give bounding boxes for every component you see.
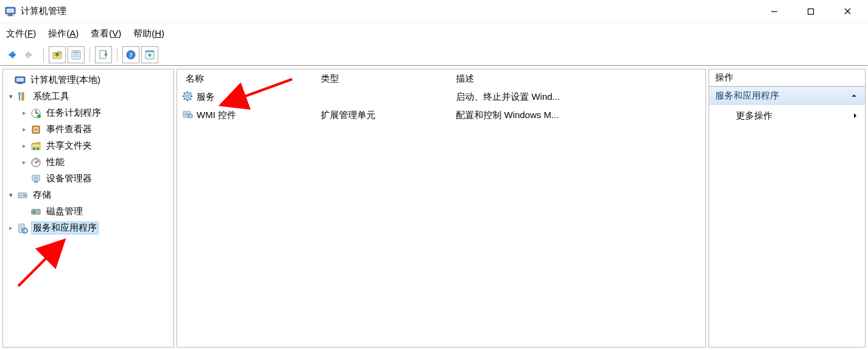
tree-event-viewer-label: 事件查看器 [44,123,94,136]
svg-rect-28 [18,83,23,84]
tree-root-label: 计算机管理(本地) [29,74,102,86]
event-viewer-icon [30,124,42,136]
tree-system-tools-label: 系统工具 [31,90,71,103]
list-cell-name: WMI 控件 [197,110,236,121]
disk-icon [30,206,42,218]
wmi-icon [182,109,193,122]
column-desc[interactable]: 描述 [447,69,705,88]
gear-icon [182,91,193,103]
menu-help[interactable]: 帮助(H) [133,28,164,40]
expand-icon[interactable]: ▸ [7,224,15,232]
app-icon [5,6,16,17]
menu-file[interactable]: 文件(F) [6,28,36,40]
tree-storage-label: 存储 [31,189,53,201]
expand-icon[interactable]: ▸ [20,158,29,166]
back-button[interactable] [2,46,19,63]
properties-button[interactable] [68,46,85,63]
export-button[interactable] [95,46,112,63]
list-cell-desc: 配置和控制 Windows M... [456,110,559,121]
services-apps-icon [16,222,29,234]
svg-marker-39 [32,142,40,144]
expand-icon[interactable]: ▸ [20,109,29,117]
menubar: 文件(F) 操作(A) 查看(V) 帮助(H) [0,23,868,44]
svg-rect-52 [33,211,35,213]
show-hide-button[interactable] [141,46,158,63]
window-controls [756,2,866,21]
tree-system-tools[interactable]: ▾ 系统工具 [3,88,173,105]
actions-section-label: 服务和应用程序 [715,90,779,102]
help-button[interactable]: ? [122,46,139,63]
shared-folders-icon [30,140,42,152]
tree-storage[interactable]: ▾ 存储 [3,187,173,203]
tree-device-manager-label: 设备管理器 [44,172,94,185]
svg-rect-35 [33,127,38,132]
minimize-button[interactable] [756,2,793,21]
menu-view[interactable]: 查看(V) [91,28,121,40]
tree-task-scheduler[interactable]: ▸ 任务计划程序 [3,105,173,121]
clock-icon [30,107,42,119]
column-type[interactable]: 类型 [312,69,447,88]
svg-rect-46 [34,181,38,183]
svg-line-67 [191,93,192,94]
storage-icon [16,189,29,201]
svg-rect-15 [73,52,79,53]
svg-point-49 [20,195,21,196]
svg-rect-47 [34,177,38,180]
tree-shared-folders-label: 共享文件夹 [44,139,94,152]
expand-icon[interactable]: ▸ [20,125,29,133]
list-header: 名称 类型 描述 [177,69,705,88]
svg-rect-53 [36,211,38,213]
collapse-icon[interactable]: ▾ [7,191,15,199]
tree-performance[interactable]: ▸ 性能 [3,154,173,170]
tree-root[interactable]: 计算机管理(本地) [3,72,173,88]
menu-action[interactable]: 操作(A) [48,28,79,40]
chevron-right-icon [853,111,858,121]
list-panel: 名称 类型 描述 服务 启动、终止并设置 Wind... [177,69,706,348]
action-more-label: 更多操作 [736,110,772,122]
actions-panel: 操作 服务和应用程序 更多操作 [709,69,866,348]
tree-event-viewer[interactable]: ▸ 事件查看器 [3,121,173,138]
svg-point-33 [37,114,41,118]
list-cell-type: 扩展管理单元 [321,110,376,121]
tree-services-apps[interactable]: ▸ 服务和应用程序 [3,220,173,236]
tree-shared-folders[interactable]: ▸ 共享文件夹 [3,138,173,154]
maximize-button[interactable] [793,2,829,21]
tree-disk-management[interactable]: 磁盘管理 [3,203,173,220]
svg-rect-29 [22,93,24,100]
svg-rect-3 [7,15,13,16]
svg-rect-9 [13,54,15,56]
close-button[interactable] [829,2,866,21]
tree-device-manager[interactable]: 设备管理器 [3,170,173,187]
svg-rect-2 [9,14,12,15]
svg-marker-72 [852,94,856,97]
svg-rect-1 [7,9,14,13]
actions-section-header[interactable]: 服务和应用程序 [709,86,865,105]
svg-rect-5 [808,9,814,14]
action-more[interactable]: 更多操作 [709,105,865,127]
tree-performance-label: 性能 [44,156,66,169]
expand-icon[interactable]: ▸ [20,142,29,150]
svg-point-55 [21,226,23,227]
svg-point-41 [37,147,40,150]
svg-marker-73 [854,113,856,118]
list-row-wmi[interactable]: WMI 控件 扩展管理单元 配置和控制 Windows M... [177,106,705,124]
collapse-icon[interactable]: ▾ [7,93,15,100]
computer-icon [14,74,26,86]
up-level-button[interactable] [49,46,66,63]
window-title: 计算机管理 [21,5,66,17]
list-cell-desc: 启动、终止并设置 Wind... [456,91,560,103]
tools-icon [16,91,29,103]
tree-task-scheduler-label: 任务计划程序 [44,107,103,119]
toolbar: ? [0,44,868,66]
column-name[interactable]: 名称 [177,69,312,88]
svg-point-56 [21,228,23,229]
forward-button[interactable] [21,46,38,63]
svg-line-66 [184,99,185,100]
list-row-services[interactable]: 服务 启动、终止并设置 Wind... [177,88,705,106]
svg-rect-27 [16,78,24,82]
svg-text:?: ? [129,51,133,58]
list-cell-name: 服务 [197,91,215,103]
client-area: 计算机管理(本地) ▾ 系统工具 ▸ 任务计划程序 ▸ [0,66,868,350]
device-manager-icon [30,173,42,185]
svg-line-65 [191,99,192,100]
